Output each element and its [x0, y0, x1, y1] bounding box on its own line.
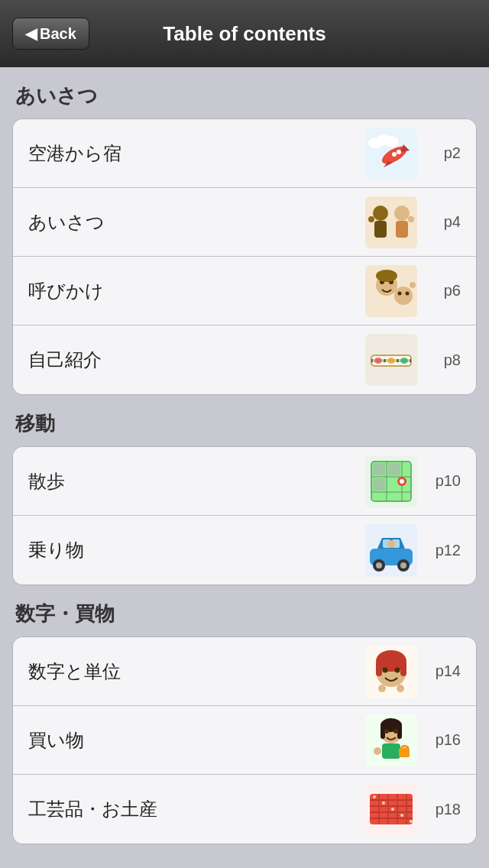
- card-shopping: 数字と単位: [12, 636, 477, 844]
- list-item[interactable]: 呼びかけ p6: [13, 257, 476, 326]
- item-page: p10: [430, 472, 461, 490]
- svg-point-72: [374, 747, 381, 755]
- svg-rect-41: [373, 463, 385, 475]
- item-label: 工芸品・お土産: [28, 797, 364, 821]
- svg-point-87: [391, 808, 394, 811]
- list-item[interactable]: 散歩: [13, 447, 476, 516]
- svg-rect-71: [382, 743, 400, 759]
- item-label: 買い物: [28, 728, 364, 753]
- svg-rect-58: [376, 661, 382, 676]
- item-image: [364, 782, 418, 836]
- item-label: あいさつ: [28, 210, 364, 235]
- item-image: [364, 714, 418, 767]
- item-image: [364, 127, 418, 180]
- list-item[interactable]: 数字と単位: [13, 637, 476, 706]
- svg-point-63: [397, 685, 404, 692]
- item-label: 空港から宿: [28, 141, 364, 166]
- section-header-greetings: あいさつ: [12, 83, 477, 109]
- content-area: あいさつ 空港から宿: [0, 67, 489, 868]
- svg-point-22: [398, 291, 402, 295]
- svg-point-88: [400, 814, 403, 817]
- item-image: [364, 333, 418, 387]
- svg-rect-74: [399, 748, 410, 757]
- list-item[interactable]: 空港から宿 p2: [13, 119, 476, 188]
- list-item[interactable]: 工芸品・お土産: [13, 775, 476, 844]
- svg-point-24: [410, 282, 416, 288]
- item-image: [364, 455, 418, 508]
- list-item[interactable]: 買い物: [13, 706, 476, 775]
- card-transport: 散歩: [12, 446, 477, 585]
- svg-point-14: [368, 216, 374, 222]
- svg-rect-67: [381, 725, 385, 739]
- svg-point-85: [373, 795, 376, 798]
- section-header-transport: 移動: [12, 410, 477, 437]
- svg-point-70: [393, 729, 398, 734]
- svg-point-89: [410, 820, 413, 823]
- svg-point-10: [373, 206, 388, 221]
- list-item[interactable]: 乗り物: [13, 516, 476, 585]
- svg-point-3: [384, 136, 399, 147]
- svg-rect-42: [388, 463, 400, 475]
- item-label: 呼びかけ: [28, 279, 364, 303]
- svg-point-32: [374, 358, 382, 364]
- item-page: p12: [430, 542, 461, 559]
- navigation-bar: ◀ Back Table of contents: [0, 0, 489, 67]
- svg-point-54: [387, 540, 395, 548]
- item-label: 散歩: [28, 469, 364, 494]
- back-chevron-icon: ◀: [25, 24, 37, 43]
- back-label: Back: [40, 25, 76, 43]
- svg-point-20: [376, 270, 397, 282]
- svg-point-23: [406, 291, 410, 295]
- card-greetings: 空港から宿 p2: [12, 118, 477, 395]
- svg-point-15: [408, 216, 414, 222]
- item-page: p16: [430, 731, 461, 749]
- svg-rect-68: [397, 725, 402, 739]
- item-label: 乗り物: [28, 538, 364, 562]
- item-page: p4: [430, 213, 461, 231]
- section-header-shopping: 数字・買物: [12, 601, 477, 627]
- svg-point-53: [400, 562, 406, 568]
- svg-point-12: [394, 206, 410, 221]
- svg-point-62: [378, 685, 386, 692]
- list-item[interactable]: 自己紹介 p8: [13, 326, 476, 394]
- back-button[interactable]: ◀ Back: [12, 18, 89, 50]
- svg-rect-13: [396, 221, 408, 238]
- svg-point-60: [383, 667, 388, 672]
- item-page: p2: [430, 144, 461, 162]
- item-page: p14: [430, 662, 461, 680]
- item-image: [364, 196, 418, 249]
- svg-point-21: [394, 287, 413, 305]
- item-label: 数字と単位: [28, 659, 364, 684]
- svg-rect-9: [365, 196, 417, 248]
- svg-rect-43: [373, 478, 385, 491]
- item-image: [364, 645, 418, 698]
- svg-point-33: [387, 358, 395, 364]
- item-label: 自己紹介: [28, 348, 364, 372]
- svg-point-34: [400, 358, 408, 364]
- svg-point-61: [395, 667, 400, 672]
- svg-rect-11: [374, 221, 387, 238]
- item-page: p6: [430, 282, 461, 300]
- svg-point-7: [392, 152, 397, 157]
- item-page: p8: [430, 351, 461, 369]
- svg-point-51: [376, 562, 382, 568]
- svg-rect-59: [400, 661, 406, 676]
- list-item[interactable]: あいさつ p4: [13, 188, 476, 257]
- item-image: [364, 523, 418, 577]
- svg-point-8: [397, 150, 401, 154]
- svg-point-45: [400, 479, 404, 484]
- svg-point-86: [382, 802, 385, 805]
- page-title: Table of contents: [163, 22, 325, 46]
- item-image: [364, 264, 418, 318]
- item-page: p18: [430, 801, 461, 818]
- svg-point-69: [384, 729, 389, 734]
